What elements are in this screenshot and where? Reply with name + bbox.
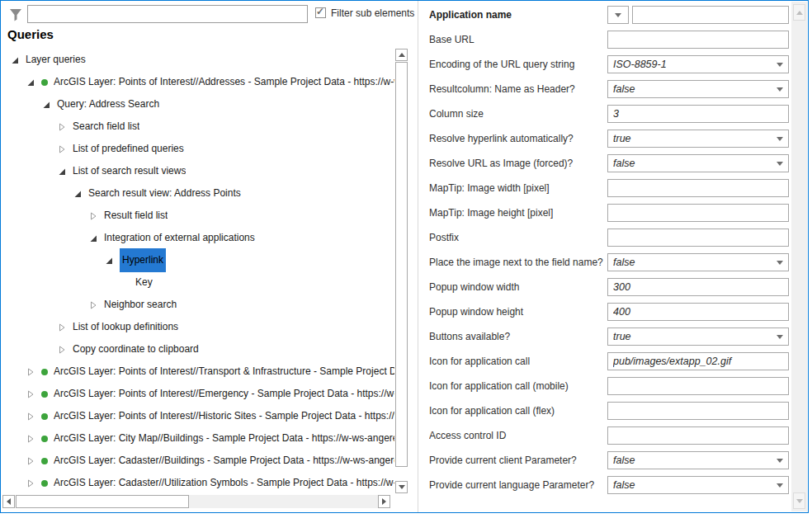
icon-for-application-call-mobile-input[interactable] — [607, 377, 789, 395]
scroll-right-button[interactable] — [378, 495, 390, 508]
field-control — [607, 352, 789, 370]
field-row-buttons-available: Buttons available?true — [418, 324, 791, 349]
layer-status-dot-icon — [41, 413, 48, 420]
field-row-application-name: Application name — [418, 2, 791, 27]
tree-item-arcgis-layer-points-of-interest-emergency-sample-project-data-https-w-ws-an[interactable]: ArcGIS Layer: Points of Interest//Emerge… — [2, 383, 394, 405]
expanded-triangle-icon[interactable] — [73, 190, 83, 198]
collapsed-triangle-icon[interactable] — [26, 479, 35, 488]
field-label: MapTip: Image height [pixel] — [429, 207, 607, 219]
expanded-triangle-icon[interactable] — [57, 167, 67, 176]
icon-for-application-call-flex-input[interactable] — [607, 402, 789, 420]
tree-item-result-field-list[interactable]: Result field list — [2, 205, 394, 227]
chevron-down-icon — [777, 335, 783, 339]
collapsed-triangle-icon[interactable] — [57, 123, 67, 131]
icon-for-application-call-input[interactable] — [607, 352, 789, 370]
tree-item-neighbor-search[interactable]: Neighbor search — [2, 294, 394, 316]
field-label: Resultcolumn: Name as Header? — [429, 83, 607, 95]
collapsed-triangle-icon[interactable] — [88, 301, 98, 309]
field-row-base-url: Base URL — [418, 27, 791, 52]
provide-current-language-parameter-dropdown[interactable]: false — [607, 476, 789, 494]
tree-item-arcgis-layer-cadaster-buildings-sample-project-data-https-w-ws-angerer-syn[interactable]: ArcGIS Layer: Cadaster//Buildings - Samp… — [2, 450, 394, 472]
filter-input[interactable] — [27, 5, 308, 23]
expanded-triangle-icon[interactable] — [88, 234, 98, 243]
field-row-encoding-of-the-url-query-string: Encoding of the URL query stringISO-8859… — [418, 52, 791, 77]
resolve-hyperlink-automatically-dropdown[interactable]: true — [607, 130, 789, 148]
tree-item-query-address-search[interactable]: Query: Address Search — [2, 93, 394, 115]
layer-status-dot-icon — [41, 369, 48, 375]
collapsed-triangle-icon[interactable] — [26, 457, 35, 465]
field-control — [607, 278, 789, 296]
application-name-dropdown-button[interactable] — [607, 6, 629, 24]
properties-form: Application nameBase URLEncoding of the … — [418, 2, 791, 497]
collapsed-triangle-icon[interactable] — [57, 346, 67, 354]
chevron-down-icon — [777, 162, 783, 166]
layer-status-dot-icon — [41, 391, 48, 398]
resultcolumn-name-as-header-dropdown[interactable]: false — [607, 80, 789, 98]
scroll-up-button[interactable] — [793, 4, 805, 21]
tree-item-search-result-view-address-points[interactable]: Search result view: Address Points — [2, 182, 394, 205]
tree-item-arcgis-layer-points-of-interest-addresses-sample-project-data-https-w-ws-an[interactable]: ArcGIS Layer: Points of Interest//Addres… — [2, 71, 394, 93]
tree-item-integration-of-external-applications[interactable]: Integration of external applications — [2, 227, 394, 249]
tree-item-list-of-lookup-definitions[interactable]: List of lookup definitions — [2, 316, 394, 338]
tree-item-hyperlink[interactable]: Hyperlink — [2, 249, 394, 271]
tree-item-copy-coordinate-to-clipboard[interactable]: Copy coordinate to clipboard — [2, 338, 394, 360]
field-control: false — [607, 154, 789, 172]
tree-item-search-field-list[interactable]: Search field list — [2, 115, 394, 138]
collapsed-triangle-icon[interactable] — [26, 412, 35, 421]
chevron-down-icon — [615, 13, 621, 17]
provide-current-client-parameter-dropdown[interactable]: false — [607, 451, 789, 469]
properties-vertical-scrollbar[interactable] — [791, 2, 807, 511]
maptip-image-width-pixel-input[interactable] — [607, 179, 789, 197]
tree-item-list-of-search-result-views[interactable]: List of search result views — [2, 160, 394, 182]
popup-window-height-input[interactable] — [607, 303, 789, 321]
tree-item-arcgis-layer-points-of-interest-transport-infrastructure-sample-project-data-h[interactable]: ArcGIS Layer: Points of Interest//Transp… — [2, 360, 394, 383]
field-row-icon-for-application-call-mobile: Icon for application call (mobile) — [418, 374, 791, 398]
scroll-up-button[interactable] — [395, 49, 408, 61]
filter-sub-elements-label: Filter sub elements — [331, 7, 414, 19]
column-size-input[interactable] — [607, 105, 789, 123]
field-row-place-the-image-next-to-the-field-name: Place the image next to the field name?f… — [418, 250, 791, 275]
field-label: Application name — [429, 9, 607, 21]
scroll-left-button[interactable] — [2, 495, 15, 508]
filter-sub-elements-checkbox[interactable]: ✓ — [315, 7, 326, 18]
collapsed-triangle-icon[interactable] — [57, 145, 67, 153]
encoding-of-the-url-query-string-dropdown[interactable]: ISO-8859-1 — [607, 55, 789, 73]
tree-item-list-of-predefined-queries[interactable]: List of predefined queries — [2, 138, 394, 160]
scroll-down-button[interactable] — [793, 492, 805, 509]
tree-item-arcgis-layer-points-of-interest-historic-sites-sample-project-data-https-w-ws[interactable]: ArcGIS Layer: Points of Interest//Histor… — [2, 405, 394, 427]
collapsed-triangle-icon[interactable] — [26, 368, 35, 376]
collapsed-triangle-icon[interactable] — [26, 435, 35, 443]
resolve-url-as-image-forced-dropdown[interactable]: false — [607, 154, 789, 172]
place-the-image-next-to-the-field-name-dropdown[interactable]: false — [607, 253, 789, 271]
collapsed-triangle-icon[interactable] — [57, 323, 67, 332]
maptip-image-height-pixel-input[interactable] — [607, 204, 789, 222]
collapsed-triangle-icon[interactable] — [26, 390, 35, 398]
properties-panel: Application nameBase URLEncoding of the … — [418, 1, 808, 512]
field-control: false — [607, 451, 789, 469]
buttons-available-dropdown[interactable]: true — [607, 327, 789, 346]
application-name-input[interactable] — [632, 6, 789, 24]
tree-item-arcgis-layer-city-map-buildings-sample-project-data-https-w-ws-angerer-syn[interactable]: ArcGIS Layer: City Map//Buildings - Samp… — [2, 427, 394, 450]
tree-item-layer-queries[interactable]: Layer queries — [2, 49, 394, 71]
expanded-triangle-icon[interactable] — [41, 101, 51, 109]
field-label: Base URL — [429, 34, 607, 45]
tree-horizontal-scrollbar[interactable] — [2, 495, 390, 508]
tree-vscroll-thumb[interactable] — [395, 62, 408, 467]
scroll-down-button[interactable] — [395, 481, 408, 493]
popup-window-width-input[interactable] — [607, 278, 789, 296]
selected-value: false — [613, 455, 777, 466]
tree-hscroll-thumb[interactable] — [16, 495, 189, 508]
expanded-triangle-icon[interactable] — [104, 257, 114, 265]
tree-item-key[interactable]: Key — [2, 271, 394, 294]
collapsed-triangle-icon[interactable] — [88, 212, 98, 220]
tree-item-arcgis-layer-cadaster-utilization-symbols-sample-project-data-https-w-ws-an[interactable]: ArcGIS Layer: Cadaster//Utilization Symb… — [2, 472, 394, 494]
field-row-maptip-image-width-pixel: MapTip: Image width [pixel] — [418, 176, 791, 200]
tree-item-label: List of lookup definitions — [73, 316, 178, 338]
expanded-triangle-icon[interactable] — [26, 78, 35, 87]
field-label: Provide current language Parameter? — [429, 479, 607, 491]
tree-vertical-scrollbar[interactable] — [395, 49, 408, 493]
access-control-id-input[interactable] — [607, 426, 789, 445]
expanded-triangle-icon[interactable] — [10, 56, 20, 64]
postfix-input[interactable] — [607, 229, 789, 247]
base-url-input[interactable] — [607, 31, 789, 49]
